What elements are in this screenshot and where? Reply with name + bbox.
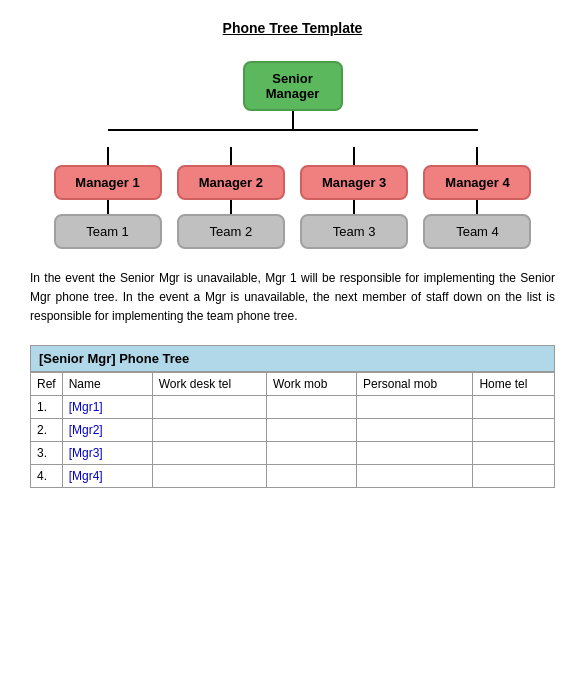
- description-text: In the event the Senior Mgr is unavailab…: [30, 269, 555, 327]
- connector-mgr4-top: [476, 147, 478, 165]
- connector-mgr1-top: [107, 147, 109, 165]
- managers-row: Manager 1 Team 1 Manager 2 Team 2 Manage…: [53, 147, 533, 249]
- table-header-row: Ref Name Work desk tel Work mob Personal…: [31, 372, 555, 395]
- phone-tree-table: Ref Name Work desk tel Work mob Personal…: [30, 372, 555, 488]
- manager-2-node: Manager 2: [177, 165, 285, 200]
- org-chart: SeniorManager Manager 1 Team 1 Manager 2…: [30, 61, 555, 249]
- cell-home-tel: [473, 395, 555, 418]
- h-connector: [53, 129, 533, 147]
- cell-name: [Mgr2]: [62, 418, 152, 441]
- manager-col-1: Manager 1 Team 1: [53, 147, 163, 249]
- page-title: Phone Tree Template: [30, 20, 555, 36]
- cell-work-desk: [152, 464, 266, 487]
- col-name: Name: [62, 372, 152, 395]
- cell-personal-mob: [357, 418, 473, 441]
- cell-ref: 3.: [31, 441, 63, 464]
- connector-mgr1-mid: [107, 200, 109, 214]
- cell-home-tel: [473, 418, 555, 441]
- col-work-mob: Work mob: [266, 372, 356, 395]
- col-ref: Ref: [31, 372, 63, 395]
- cell-work-mob: [266, 395, 356, 418]
- connector-mgr2-mid: [230, 200, 232, 214]
- connector-mgr3-mid: [353, 200, 355, 214]
- manager-4-node: Manager 4: [423, 165, 531, 200]
- cell-personal-mob: [357, 464, 473, 487]
- connector-mgr2-top: [230, 147, 232, 165]
- connector-mgr4-mid: [476, 200, 478, 214]
- cell-work-desk: [152, 395, 266, 418]
- manager-1-node: Manager 1: [54, 165, 162, 200]
- cell-personal-mob: [357, 441, 473, 464]
- cell-name: [Mgr4]: [62, 464, 152, 487]
- cell-work-mob: [266, 464, 356, 487]
- col-work-desk: Work desk tel: [152, 372, 266, 395]
- col-personal-mob: Personal mob: [357, 372, 473, 395]
- manager-col-3: Manager 3 Team 3: [299, 147, 409, 249]
- cell-work-mob: [266, 418, 356, 441]
- cell-work-mob: [266, 441, 356, 464]
- team-1-node: Team 1: [54, 214, 162, 249]
- cell-work-desk: [152, 418, 266, 441]
- table-row: 4.[Mgr4]: [31, 464, 555, 487]
- table-row: 1.[Mgr1]: [31, 395, 555, 418]
- connector-mgr3-top: [353, 147, 355, 165]
- table-row: 2.[Mgr2]: [31, 418, 555, 441]
- col-home-tel: Home tel: [473, 372, 555, 395]
- phone-tree-section: [Senior Mgr] Phone Tree Ref Name Work de…: [30, 345, 555, 488]
- cell-ref: 1.: [31, 395, 63, 418]
- senior-manager-node: SeniorManager: [243, 61, 343, 111]
- cell-ref: 2.: [31, 418, 63, 441]
- table-row: 3.[Mgr3]: [31, 441, 555, 464]
- cell-home-tel: [473, 441, 555, 464]
- team-2-node: Team 2: [177, 214, 285, 249]
- team-4-node: Team 4: [423, 214, 531, 249]
- manager-col-2: Manager 2 Team 2: [176, 147, 286, 249]
- phone-tree-header: [Senior Mgr] Phone Tree: [30, 345, 555, 372]
- manager-col-4: Manager 4 Team 4: [422, 147, 532, 249]
- cell-ref: 4.: [31, 464, 63, 487]
- cell-home-tel: [473, 464, 555, 487]
- team-3-node: Team 3: [300, 214, 408, 249]
- connector-senior-down: [292, 111, 294, 129]
- cell-personal-mob: [357, 395, 473, 418]
- manager-3-node: Manager 3: [300, 165, 408, 200]
- cell-name: [Mgr3]: [62, 441, 152, 464]
- cell-name: [Mgr1]: [62, 395, 152, 418]
- cell-work-desk: [152, 441, 266, 464]
